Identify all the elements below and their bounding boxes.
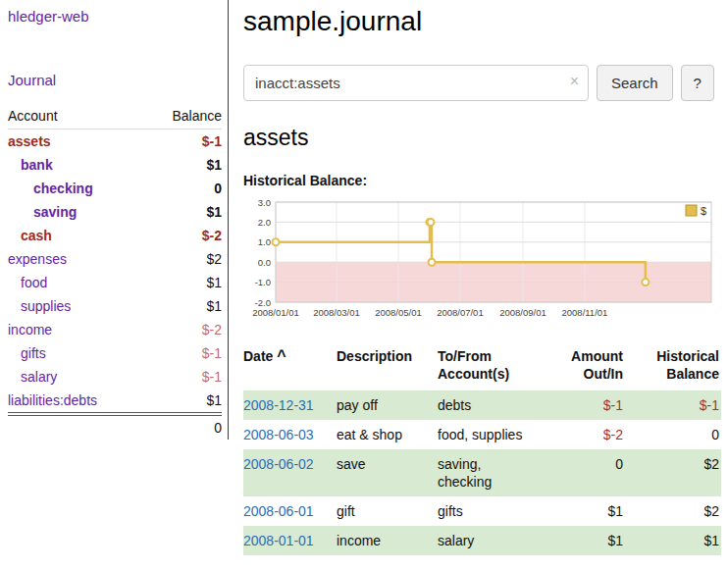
transaction-description: pay off [337, 390, 438, 420]
account-name-cell: checking [8, 177, 145, 200]
svg-text:2008/09/01: 2008/09/01 [499, 307, 546, 318]
account-row: liabilities:debts$1 [8, 389, 222, 414]
register-row: 2008-06-03eat & shopfood, supplies$-20 [243, 420, 721, 449]
account-balance: $-1 [145, 365, 222, 389]
account-name-cell: expenses [8, 247, 145, 271]
account-name-cell: saving [8, 200, 145, 224]
page-title: sample.journal [243, 6, 721, 37]
account-row: bank$1 [8, 153, 222, 177]
search-button[interactable]: Search [597, 65, 673, 101]
search-input[interactable] [243, 65, 589, 101]
account-name-cell: food [8, 271, 145, 294]
account-name-cell: liabilities:debts [8, 389, 145, 414]
svg-text:2008/05/01: 2008/05/01 [375, 307, 422, 318]
account-name-cell: salary [8, 365, 145, 389]
account-balance: $-2 [145, 318, 222, 341]
clear-search-icon[interactable]: × [570, 74, 579, 89]
transaction-date-cell: 2008-12-31 [243, 390, 337, 420]
account-row: income$-2 [8, 318, 222, 341]
transaction-balance: $-1 [631, 390, 721, 420]
search-box: × [243, 65, 589, 101]
register-header-accounts: To/From Account(s) [438, 345, 540, 390]
account-link[interactable]: food [21, 274, 47, 291]
register-table: Date ^ Description To/From Account(s) Am… [243, 345, 721, 555]
account-row: salary$-1 [8, 365, 222, 389]
account-name-cell: assets [8, 130, 145, 154]
transaction-date-cell: 2008-06-01 [243, 496, 337, 526]
transaction-amount: 0 [540, 449, 631, 496]
accounts-header-row: Account Balance [8, 104, 222, 130]
account-balance: 0 [145, 177, 222, 200]
transaction-amount: $1 [540, 526, 631, 555]
register-header-date[interactable]: Date ^ [243, 345, 337, 390]
sidebar: hledger-web Journal Account Balance asse… [0, 0, 229, 440]
historical-balance-chart: 3.02.01.00.0-1.0-2.02008/01/012008/03/01… [243, 194, 721, 322]
register-header-balance: Historical Balance [631, 345, 721, 390]
journal-link[interactable]: Journal [8, 72, 222, 88]
account-name-cell: supplies [8, 294, 145, 318]
account-link[interactable]: income [8, 321, 52, 338]
accounts-table: Account Balance assets$-1bank$1checking0… [8, 104, 222, 440]
transaction-accounts: gifts [438, 496, 540, 526]
transaction-balance: $2 [631, 496, 721, 526]
accounts-header-balance: Balance [145, 104, 222, 130]
register-row: 2008-01-01incomesalary$1$1 [243, 526, 721, 555]
transaction-balance: $2 [631, 449, 721, 496]
account-row: supplies$1 [8, 294, 222, 318]
register-row: 2008-12-31pay offdebts$-1$-1 [243, 390, 721, 420]
account-link[interactable]: liabilities:debts [8, 391, 97, 409]
svg-text:1.0: 1.0 [258, 236, 271, 247]
register-header-description: Description [337, 345, 438, 390]
transaction-date-link[interactable]: 2008-01-01 [243, 533, 314, 548]
accounts-total-spacer [8, 414, 145, 440]
account-name-cell: gifts [8, 341, 145, 365]
svg-text:2008/11/01: 2008/11/01 [562, 307, 608, 318]
transaction-accounts: salary [438, 526, 540, 555]
transaction-accounts: debts [438, 390, 540, 420]
account-link[interactable]: expenses [8, 250, 67, 268]
account-balance: $-1 [145, 341, 222, 365]
svg-text:2008/07/01: 2008/07/01 [437, 307, 484, 318]
transaction-date-cell: 2008-01-01 [243, 526, 337, 555]
accounts-tbody: assets$-1bank$1checking0saving$1cash$-2e… [8, 130, 222, 415]
svg-text:2008/01/01: 2008/01/01 [252, 307, 299, 318]
account-balance: $1 [145, 153, 222, 177]
account-name-cell: income [8, 318, 145, 341]
register-header-amount: Amount Out/In [540, 345, 631, 390]
transaction-description: save [337, 449, 438, 496]
account-link[interactable]: salary [21, 368, 57, 386]
account-balance: $1 [145, 271, 222, 294]
accounts-header-account: Account [8, 104, 145, 130]
account-link[interactable]: checking [33, 180, 93, 197]
transaction-date-link[interactable]: 2008-06-03 [243, 427, 314, 442]
account-link[interactable]: bank [21, 156, 53, 174]
account-row: expenses$2 [8, 247, 222, 271]
transaction-balance: $1 [631, 526, 721, 555]
account-name-cell: cash [8, 224, 145, 247]
account-row: saving$1 [8, 200, 222, 224]
transaction-date-link[interactable]: 2008-12-31 [243, 397, 314, 413]
register-row: 2008-06-01giftgifts$1$2 [243, 496, 721, 526]
transaction-accounts: food, supplies [438, 420, 540, 449]
transaction-date-link[interactable]: 2008-06-02 [243, 456, 314, 472]
transaction-amount: $-1 [540, 390, 631, 420]
account-link[interactable]: saving [33, 203, 77, 221]
help-button[interactable]: ? [681, 65, 714, 101]
account-link[interactable]: gifts [21, 344, 46, 362]
account-name-cell: bank [8, 153, 145, 177]
transaction-date-link[interactable]: 2008-06-01 [243, 503, 314, 519]
account-link[interactable]: assets [8, 132, 51, 150]
sort-ascending-icon: ^ [277, 347, 286, 364]
app-title-link[interactable]: hledger-web [8, 8, 222, 25]
svg-text:$: $ [701, 205, 706, 217]
svg-text:2.0: 2.0 [258, 217, 271, 228]
transaction-date-cell: 2008-06-02 [243, 449, 337, 496]
transaction-amount: $-2 [540, 420, 631, 449]
register-header-row: Date ^ Description To/From Account(s) Am… [243, 345, 721, 390]
account-link[interactable]: cash [21, 227, 52, 244]
account-row: assets$-1 [8, 130, 222, 154]
account-link[interactable]: supplies [21, 297, 71, 315]
svg-text:-2.0: -2.0 [255, 297, 271, 308]
transaction-description: eat & shop [337, 420, 438, 449]
transaction-accounts: saving, checking [438, 449, 540, 496]
